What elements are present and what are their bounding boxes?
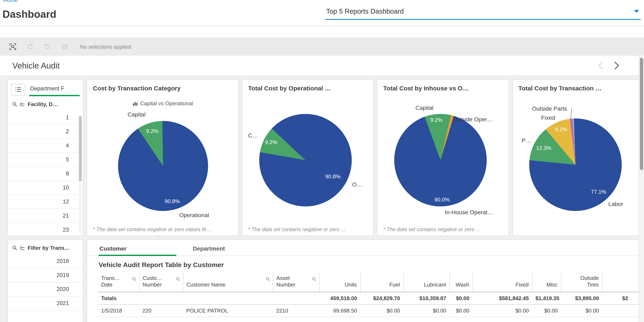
selections-status-text: No selections applied [80, 44, 131, 50]
pie-chart[interactable] [529, 118, 622, 211]
table-cell[interactable]: $0.00 [450, 304, 473, 317]
selections-search-icon [9, 42, 17, 51]
report-selector[interactable]: Top 5 Reports Dashboard [325, 5, 641, 20]
filter-value[interactable]: 2019 [8, 268, 83, 282]
column-header[interactable]: Fuel [360, 272, 403, 292]
previous-sheet-button[interactable] [598, 61, 604, 72]
column-header-label: Customer Name [186, 282, 226, 288]
step-back-button[interactable] [23, 40, 37, 54]
table-scroll-area[interactable]: Trans… DateCusto… NumberCustomer NameAss… [87, 272, 644, 317]
totals-cell: $2 [602, 292, 644, 304]
next-sheet-button[interactable] [614, 61, 619, 72]
totals-cell: $24,829.70 [360, 292, 403, 304]
column-header-label: Outside Tires [580, 275, 599, 288]
filter-value[interactable]: 8 [8, 167, 83, 181]
sheet-title: Vehicle Audit [12, 61, 60, 70]
chart-footnote: * The data set contains negative or zero… [93, 227, 234, 232]
filter-list-toggle-button[interactable] [11, 84, 25, 95]
app-header: Home Dashboard Top 5 Reports Dashboard [0, 0, 644, 26]
column-header-label: Custo… Number [143, 275, 162, 288]
transaction-field-header[interactable]: Filter by Trans… [8, 240, 83, 254]
chart-footnote: * The data set contains negative or zero… [248, 227, 369, 232]
search-icon [12, 245, 17, 250]
filter-value[interactable]: 4 [8, 139, 83, 153]
step-forward-button[interactable] [40, 40, 54, 54]
department-field-label: Facility, D… [28, 101, 79, 107]
search-icon [175, 277, 180, 282]
chevron-down-icon [634, 10, 639, 13]
list-icon [15, 87, 22, 92]
column-header[interactable]: Units [319, 272, 360, 292]
scrollbar-thumb[interactable] [79, 116, 82, 182]
column-header[interactable]: Customer Name [183, 272, 273, 292]
tab-customer[interactable]: Customer [99, 240, 176, 256]
table-cell[interactable]: $0.00 [561, 304, 602, 317]
label-leader-line [570, 108, 572, 119]
column-header-label: Fixed [516, 282, 528, 288]
column-header[interactable]: Wash [450, 272, 473, 292]
table-cell[interactable]: $0.00 [532, 304, 561, 317]
filter-value[interactable]: 2020 [8, 282, 83, 296]
vertical-scrollbar[interactable] [639, 55, 644, 322]
column-header[interactable]: Trans… Date [98, 272, 139, 292]
table-cell[interactable]: 1/5/2018 [98, 304, 139, 317]
chart-title: Total Cost by Transaction … [518, 85, 638, 92]
slice-percent: 90.0% [434, 196, 450, 203]
table-cell[interactable]: $0.00 [403, 304, 450, 317]
pie-chart[interactable] [118, 121, 208, 211]
totals-row: Totals459,518.00$24,829.70$10,359.87$0.0… [98, 292, 644, 304]
transaction-field-label: Filter by Trans… [28, 245, 79, 251]
pie-chart[interactable] [259, 114, 352, 206]
slice-label: P… [522, 137, 531, 144]
clear-selections-icon [61, 42, 69, 51]
filter-value[interactable]: 2018 [8, 254, 83, 268]
column-header[interactable] [602, 272, 644, 292]
column-header[interactable]: Asset Number [273, 272, 319, 292]
tab-department-filter[interactable]: Department F [29, 83, 80, 96]
sheet-content: Department F Facility, D… 1245810122123 [0, 76, 644, 322]
chart-total-cost-inhouse-vs-outside: Total Cost by Inhouse vs O… Capital 9.2%… [377, 79, 509, 236]
totals-cell: $3,895.00 [561, 292, 602, 304]
clear-selections-button[interactable] [58, 40, 72, 54]
search-icon [312, 277, 316, 282]
filter-value[interactable]: 23 [8, 223, 83, 236]
filter-value[interactable]: 10 [8, 181, 83, 195]
report-selector-value: Top 5 Reports Dashboard [325, 5, 404, 17]
table-cell[interactable]: POLICE PATROL [183, 304, 273, 317]
column-header[interactable]: Fixed [473, 272, 532, 292]
scrollbar-thumb[interactable] [640, 58, 643, 170]
table-cell[interactable]: 2210 [273, 304, 319, 317]
column-header[interactable]: Lubricant [403, 272, 450, 292]
table-cell[interactable] [602, 304, 644, 317]
chart-total-cost-by-operational: Total Cost by Operational … C… 9.2% 90.8… [242, 79, 374, 236]
filter-list-scrollbar[interactable] [79, 115, 82, 234]
table-cell[interactable]: $0.00 [360, 304, 403, 317]
filter-value[interactable]: 12 [8, 195, 83, 209]
totals-cell: $1,419.35 [532, 292, 561, 304]
table-title: Vehicle Audit Report Table by Customer [87, 256, 644, 272]
table-cell[interactable]: 220 [139, 304, 183, 317]
sheet-header: Vehicle Audit [0, 56, 644, 76]
totals-cell [273, 292, 319, 304]
chart-subtitle-label: Capital vs Operational [140, 100, 193, 106]
table-tabs: Customer Department [87, 240, 644, 256]
filter-value[interactable]: 2021 [8, 296, 83, 310]
pie-chart[interactable] [394, 114, 487, 206]
totals-cell [183, 292, 273, 304]
slice-label: Fixed [541, 114, 555, 121]
department-field-header[interactable]: Facility, D… [8, 96, 83, 111]
filter-value[interactable]: 21 [8, 209, 83, 223]
filter-value[interactable]: 2 [8, 125, 83, 139]
tab-department[interactable]: Department [192, 240, 270, 256]
column-header[interactable]: Outside Tires [561, 272, 602, 292]
column-header[interactable]: Misc [532, 272, 561, 292]
table-row: 1/5/2018220POLICE PATROL221099,698.50$0.… [98, 304, 644, 317]
filter-value[interactable]: 5 [8, 153, 83, 167]
table-cell[interactable]: $0.00 [473, 304, 532, 317]
column-header-label: Fuel [389, 282, 400, 288]
selections-tool-button[interactable] [6, 40, 20, 54]
filter-value[interactable]: 1 [8, 111, 83, 125]
breadcrumb-home-link[interactable]: Home [3, 0, 18, 3]
table-cell[interactable]: 99,698.50 [319, 304, 360, 317]
column-header[interactable]: Custo… Number [139, 272, 183, 292]
